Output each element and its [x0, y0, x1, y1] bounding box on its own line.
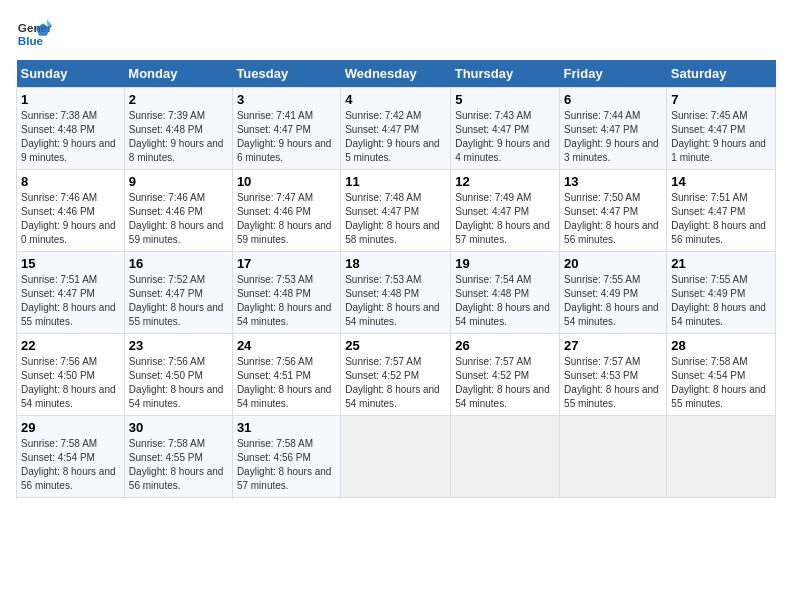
day-number: 16: [129, 256, 228, 271]
calendar-day-cell: 9Sunrise: 7:46 AMSunset: 4:46 PMDaylight…: [124, 170, 232, 252]
calendar-day-cell: 22Sunrise: 7:56 AMSunset: 4:50 PMDayligh…: [17, 334, 125, 416]
weekday-header-cell: Friday: [560, 60, 667, 88]
day-info: Sunrise: 7:57 AMSunset: 4:52 PMDaylight:…: [455, 355, 555, 411]
day-info: Sunrise: 7:43 AMSunset: 4:47 PMDaylight:…: [455, 109, 555, 165]
day-number: 18: [345, 256, 446, 271]
day-number: 23: [129, 338, 228, 353]
day-info: Sunrise: 7:54 AMSunset: 4:48 PMDaylight:…: [455, 273, 555, 329]
day-number: 17: [237, 256, 336, 271]
calendar-day-cell: 25Sunrise: 7:57 AMSunset: 4:52 PMDayligh…: [341, 334, 451, 416]
day-info: Sunrise: 7:51 AMSunset: 4:47 PMDaylight:…: [21, 273, 120, 329]
calendar-day-cell: 24Sunrise: 7:56 AMSunset: 4:51 PMDayligh…: [232, 334, 340, 416]
day-info: Sunrise: 7:58 AMSunset: 4:55 PMDaylight:…: [129, 437, 228, 493]
day-number: 28: [671, 338, 771, 353]
day-number: 8: [21, 174, 120, 189]
calendar-day-cell: 6Sunrise: 7:44 AMSunset: 4:47 PMDaylight…: [560, 88, 667, 170]
calendar-day-cell: 28Sunrise: 7:58 AMSunset: 4:54 PMDayligh…: [667, 334, 776, 416]
day-number: 11: [345, 174, 446, 189]
day-info: Sunrise: 7:58 AMSunset: 4:56 PMDaylight:…: [237, 437, 336, 493]
calendar-day-cell: 3Sunrise: 7:41 AMSunset: 4:47 PMDaylight…: [232, 88, 340, 170]
calendar-day-cell: [667, 416, 776, 498]
day-number: 29: [21, 420, 120, 435]
day-info: Sunrise: 7:47 AMSunset: 4:46 PMDaylight:…: [237, 191, 336, 247]
weekday-header-row: SundayMondayTuesdayWednesdayThursdayFrid…: [17, 60, 776, 88]
day-info: Sunrise: 7:38 AMSunset: 4:48 PMDaylight:…: [21, 109, 120, 165]
day-info: Sunrise: 7:53 AMSunset: 4:48 PMDaylight:…: [345, 273, 446, 329]
calendar-day-cell: 27Sunrise: 7:57 AMSunset: 4:53 PMDayligh…: [560, 334, 667, 416]
day-info: Sunrise: 7:56 AMSunset: 4:50 PMDaylight:…: [129, 355, 228, 411]
day-number: 14: [671, 174, 771, 189]
day-info: Sunrise: 7:55 AMSunset: 4:49 PMDaylight:…: [671, 273, 771, 329]
calendar-day-cell: 1Sunrise: 7:38 AMSunset: 4:48 PMDaylight…: [17, 88, 125, 170]
day-info: Sunrise: 7:46 AMSunset: 4:46 PMDaylight:…: [21, 191, 120, 247]
day-info: Sunrise: 7:52 AMSunset: 4:47 PMDaylight:…: [129, 273, 228, 329]
calendar-day-cell: 12Sunrise: 7:49 AMSunset: 4:47 PMDayligh…: [451, 170, 560, 252]
day-info: Sunrise: 7:53 AMSunset: 4:48 PMDaylight:…: [237, 273, 336, 329]
day-number: 20: [564, 256, 662, 271]
day-number: 21: [671, 256, 771, 271]
calendar-day-cell: 31Sunrise: 7:58 AMSunset: 4:56 PMDayligh…: [232, 416, 340, 498]
day-number: 27: [564, 338, 662, 353]
calendar-week-row: 15Sunrise: 7:51 AMSunset: 4:47 PMDayligh…: [17, 252, 776, 334]
calendar-day-cell: 14Sunrise: 7:51 AMSunset: 4:47 PMDayligh…: [667, 170, 776, 252]
day-number: 19: [455, 256, 555, 271]
day-info: Sunrise: 7:55 AMSunset: 4:49 PMDaylight:…: [564, 273, 662, 329]
calendar-day-cell: 17Sunrise: 7:53 AMSunset: 4:48 PMDayligh…: [232, 252, 340, 334]
day-number: 6: [564, 92, 662, 107]
day-number: 1: [21, 92, 120, 107]
day-number: 10: [237, 174, 336, 189]
calendar-day-cell: 21Sunrise: 7:55 AMSunset: 4:49 PMDayligh…: [667, 252, 776, 334]
day-number: 4: [345, 92, 446, 107]
day-number: 2: [129, 92, 228, 107]
day-info: Sunrise: 7:58 AMSunset: 4:54 PMDaylight:…: [671, 355, 771, 411]
day-number: 9: [129, 174, 228, 189]
day-info: Sunrise: 7:49 AMSunset: 4:47 PMDaylight:…: [455, 191, 555, 247]
day-info: Sunrise: 7:44 AMSunset: 4:47 PMDaylight:…: [564, 109, 662, 165]
calendar-day-cell: 16Sunrise: 7:52 AMSunset: 4:47 PMDayligh…: [124, 252, 232, 334]
day-number: 30: [129, 420, 228, 435]
day-number: 15: [21, 256, 120, 271]
logo-icon: General Blue: [16, 16, 52, 52]
day-number: 26: [455, 338, 555, 353]
day-number: 13: [564, 174, 662, 189]
calendar-day-cell: [341, 416, 451, 498]
day-info: Sunrise: 7:42 AMSunset: 4:47 PMDaylight:…: [345, 109, 446, 165]
page-header: General Blue: [16, 16, 776, 52]
day-number: 25: [345, 338, 446, 353]
calendar-day-cell: 8Sunrise: 7:46 AMSunset: 4:46 PMDaylight…: [17, 170, 125, 252]
calendar-day-cell: 7Sunrise: 7:45 AMSunset: 4:47 PMDaylight…: [667, 88, 776, 170]
day-number: 24: [237, 338, 336, 353]
day-info: Sunrise: 7:56 AMSunset: 4:51 PMDaylight:…: [237, 355, 336, 411]
weekday-header-cell: Saturday: [667, 60, 776, 88]
calendar-body: 1Sunrise: 7:38 AMSunset: 4:48 PMDaylight…: [17, 88, 776, 498]
day-info: Sunrise: 7:56 AMSunset: 4:50 PMDaylight:…: [21, 355, 120, 411]
calendar-day-cell: 13Sunrise: 7:50 AMSunset: 4:47 PMDayligh…: [560, 170, 667, 252]
calendar-day-cell: 2Sunrise: 7:39 AMSunset: 4:48 PMDaylight…: [124, 88, 232, 170]
day-info: Sunrise: 7:48 AMSunset: 4:47 PMDaylight:…: [345, 191, 446, 247]
weekday-header-cell: Sunday: [17, 60, 125, 88]
weekday-header-cell: Thursday: [451, 60, 560, 88]
weekday-header-cell: Monday: [124, 60, 232, 88]
calendar-day-cell: 15Sunrise: 7:51 AMSunset: 4:47 PMDayligh…: [17, 252, 125, 334]
weekday-header-cell: Tuesday: [232, 60, 340, 88]
day-number: 31: [237, 420, 336, 435]
calendar-day-cell: [451, 416, 560, 498]
calendar-day-cell: 5Sunrise: 7:43 AMSunset: 4:47 PMDaylight…: [451, 88, 560, 170]
calendar-day-cell: 23Sunrise: 7:56 AMSunset: 4:50 PMDayligh…: [124, 334, 232, 416]
logo: General Blue: [16, 16, 56, 52]
calendar-day-cell: 30Sunrise: 7:58 AMSunset: 4:55 PMDayligh…: [124, 416, 232, 498]
calendar-week-row: 29Sunrise: 7:58 AMSunset: 4:54 PMDayligh…: [17, 416, 776, 498]
day-number: 22: [21, 338, 120, 353]
calendar-day-cell: [560, 416, 667, 498]
day-number: 5: [455, 92, 555, 107]
calendar-day-cell: 20Sunrise: 7:55 AMSunset: 4:49 PMDayligh…: [560, 252, 667, 334]
day-info: Sunrise: 7:50 AMSunset: 4:47 PMDaylight:…: [564, 191, 662, 247]
day-info: Sunrise: 7:41 AMSunset: 4:47 PMDaylight:…: [237, 109, 336, 165]
day-info: Sunrise: 7:51 AMSunset: 4:47 PMDaylight:…: [671, 191, 771, 247]
calendar-day-cell: 26Sunrise: 7:57 AMSunset: 4:52 PMDayligh…: [451, 334, 560, 416]
day-info: Sunrise: 7:39 AMSunset: 4:48 PMDaylight:…: [129, 109, 228, 165]
calendar-week-row: 22Sunrise: 7:56 AMSunset: 4:50 PMDayligh…: [17, 334, 776, 416]
day-info: Sunrise: 7:57 AMSunset: 4:52 PMDaylight:…: [345, 355, 446, 411]
day-info: Sunrise: 7:58 AMSunset: 4:54 PMDaylight:…: [21, 437, 120, 493]
calendar-day-cell: 19Sunrise: 7:54 AMSunset: 4:48 PMDayligh…: [451, 252, 560, 334]
